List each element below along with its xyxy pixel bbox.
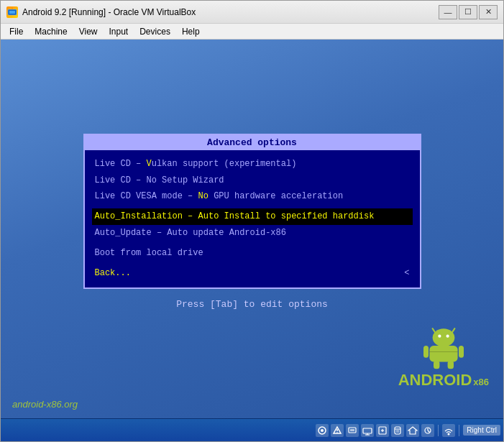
svg-line-33 <box>428 431 430 433</box>
maximize-button[interactable]: ☐ <box>459 5 477 19</box>
android-robot-icon <box>418 321 469 371</box>
taskbar-separator-2 <box>459 425 459 436</box>
tray-icon-4[interactable] <box>361 424 374 437</box>
boot-menu-wrapper: Advanced options Live CD – Vulkan suppor… <box>1 134 503 310</box>
menu-entry-live-no-setup[interactable]: Live CD – No Setup Wizard <box>92 172 413 188</box>
tray-icon-7[interactable] <box>406 424 419 437</box>
svg-point-2 <box>12 7 13 9</box>
svg-rect-8 <box>429 346 457 362</box>
svg-point-15 <box>321 429 324 432</box>
right-ctrl-indicator[interactable]: Right Ctrl <box>463 425 500 436</box>
website-label: android-x86.org <box>12 399 78 410</box>
menu-file[interactable]: File <box>4 25 29 38</box>
svg-rect-12 <box>447 361 453 369</box>
close-button[interactable]: ✕ <box>479 5 498 19</box>
boot-menu-box: Advanced options Live CD – Vulkan suppor… <box>83 134 421 289</box>
minimize-button[interactable]: — <box>439 5 457 19</box>
svg-rect-9 <box>423 346 429 358</box>
menu-machine[interactable]: Machine <box>29 25 73 38</box>
menu-help[interactable]: Help <box>176 25 206 38</box>
svg-point-34 <box>448 433 450 435</box>
svg-point-5 <box>432 328 454 346</box>
vm-display: Advanced options Live CD – Vulkan suppor… <box>1 40 503 418</box>
yellow-no: No <box>198 191 209 201</box>
menu-entry-boot-local[interactable]: Boot from local drive <box>92 245 413 261</box>
taskbar-system-tray: Right Ctrl <box>316 424 500 437</box>
title-bar: Android 9.2 [Running] - Oracle VM Virtua… <box>1 1 503 24</box>
svg-rect-1 <box>9 11 15 14</box>
window-controls: — ☐ ✕ <box>439 5 498 19</box>
menu-input[interactable]: Input <box>104 25 134 38</box>
menu-entry-live-vesa[interactable]: Live CD VESA mode – No GPU hardware acce… <box>92 188 413 204</box>
svg-point-6 <box>438 335 441 338</box>
tray-icon-6[interactable] <box>391 424 404 437</box>
press-tab-hint: Press [Tab] to edit options <box>176 299 328 310</box>
svg-point-18 <box>337 432 339 433</box>
virtualbox-window: Android 9.2 [Running] - Oracle VM Virtua… <box>0 0 504 442</box>
menu-entry-back[interactable]: Back... < <box>92 265 413 281</box>
tray-icon-1[interactable] <box>316 424 329 437</box>
x86-label: x86 <box>473 377 489 387</box>
yellow-v: V <box>147 159 152 169</box>
svg-rect-20 <box>350 429 354 431</box>
menu-view[interactable]: View <box>73 25 104 38</box>
tray-icon-5[interactable] <box>376 424 389 437</box>
menu-bar: File Machine View Input Devices Help <box>1 24 503 40</box>
website-url: android-x86.org <box>12 399 78 410</box>
boot-menu-items: Live CD – Vulkan support (experimental) … <box>85 150 420 287</box>
menu-entry-live-vulkan[interactable]: Live CD – Vulkan support (experimental) <box>92 156 413 172</box>
app-icon <box>6 6 18 18</box>
svg-rect-11 <box>434 361 439 369</box>
menu-devices[interactable]: Devices <box>134 25 176 38</box>
boot-menu-title: Advanced options <box>85 135 420 150</box>
tray-icon-2[interactable] <box>331 424 344 437</box>
window-title: Android 9.2 [Running] - Oracle VM Virtua… <box>22 7 439 17</box>
tray-icon-network[interactable] <box>442 424 455 437</box>
android-branding: ANDROID x86 <box>398 321 489 390</box>
tray-icon-8[interactable] <box>421 424 434 437</box>
back-text: Back... <box>95 266 131 280</box>
taskbar-separator <box>438 425 439 436</box>
menu-entry-auto-install[interactable]: Auto_Installation – Auto Install to spec… <box>92 208 413 224</box>
tray-icon-3[interactable] <box>346 424 359 437</box>
svg-rect-21 <box>363 428 372 433</box>
menu-entry-auto-update[interactable]: Auto_Update – Auto update Android-x86 <box>92 225 413 241</box>
back-arrow: < <box>404 266 409 280</box>
taskbar: Right Ctrl <box>1 418 503 441</box>
svg-point-7 <box>446 335 449 338</box>
svg-rect-10 <box>459 346 464 358</box>
android-brand-name: ANDROID <box>398 371 472 390</box>
